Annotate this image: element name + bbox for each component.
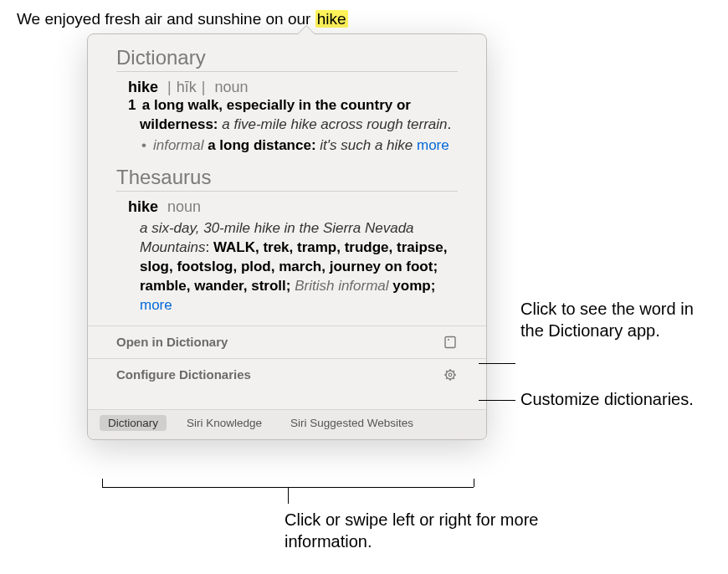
tab-siri-knowledge[interactable]: Siri Knowledge	[178, 415, 270, 431]
pronunciation-bar: |	[197, 79, 211, 95]
tab-dictionary[interactable]: Dictionary	[100, 415, 167, 431]
bullet-icon: •	[140, 136, 148, 156]
callout-customize: Customize dictionaries.	[520, 388, 713, 410]
callout-line	[479, 363, 515, 364]
callout-tick	[102, 479, 103, 487]
gear-icon	[443, 367, 458, 382]
sub-definition-text: a long distance:	[203, 137, 320, 153]
dictionary-section-title: Dictionary	[116, 46, 458, 69]
sentence-prefix: We enjoyed fresh air and sunshine on our	[17, 10, 315, 28]
sub-definition: • informal a long distance: it's such a …	[140, 136, 458, 156]
colon: :	[205, 239, 213, 255]
thesaurus-entry: hike noun a six-day, 30-mile hike in the…	[116, 198, 458, 315]
spacer	[88, 391, 486, 409]
open-in-dictionary-row[interactable]: Open in Dictionary	[88, 325, 486, 358]
callout-line	[479, 400, 515, 401]
tab-bar[interactable]: Dictionary Siri Knowledge Siri Suggested…	[88, 409, 486, 439]
svg-line-10	[446, 377, 447, 378]
dictionary-app-icon	[443, 335, 458, 350]
highlighted-word[interactable]: hike	[315, 10, 348, 28]
callout-open-app: Click to see the word in the Dictionary …	[520, 298, 713, 341]
pronunciation: hīk	[177, 79, 197, 95]
callout-tick	[474, 479, 474, 487]
more-link[interactable]: more	[417, 137, 449, 153]
definition-example: a five-mile hike across rough terrain	[222, 116, 447, 132]
thesaurus-pos: noun	[167, 198, 201, 215]
definition-number: 1	[128, 96, 138, 115]
divider	[116, 71, 458, 72]
open-in-dictionary-label: Open in Dictionary	[116, 335, 228, 349]
thesaurus-section-title: Thesaurus	[116, 166, 458, 189]
svg-point-3	[449, 373, 452, 377]
part-of-speech: noun	[214, 79, 248, 95]
thesaurus-block: a six-day, 30-mile hike in the Sierra Ne…	[128, 219, 458, 315]
configure-dictionaries-row[interactable]: Configure Dictionaries	[88, 358, 486, 391]
dictionary-entry: hike |hīk| noun 1 a long walk, especiall…	[116, 79, 458, 156]
more-link[interactable]: more	[140, 297, 172, 313]
callout-tick	[288, 487, 289, 504]
callout-tabs-hint: Click or swipe left or right for more in…	[285, 509, 602, 552]
svg-rect-0	[445, 336, 455, 347]
svg-line-11	[454, 371, 454, 372]
svg-line-9	[454, 377, 454, 378]
divider	[116, 191, 458, 192]
svg-line-8	[446, 371, 447, 372]
synonym-label: British informal	[295, 278, 388, 294]
configure-dictionaries-label: Configure Dictionaries	[116, 367, 251, 382]
headword: hike	[128, 79, 158, 95]
pronunciation-bar: |	[162, 79, 177, 95]
usage-label: informal	[153, 137, 203, 153]
definition-block: 1 a long walk, especially in the country…	[128, 96, 458, 156]
period: .	[448, 116, 452, 132]
headword-row: hike |hīk| noun	[128, 79, 458, 96]
lookup-popover: Dictionary hike |hīk| noun 1 a long walk…	[87, 33, 487, 440]
tab-siri-suggested-websites[interactable]: Siri Suggested Websites	[282, 415, 422, 431]
svg-point-2	[446, 371, 454, 379]
synonym-primary: WALK	[213, 239, 255, 255]
thesaurus-headword: hike	[128, 198, 158, 215]
sub-definition-example: it's such a hike	[320, 137, 417, 153]
synonym-tail: yomp;	[389, 278, 436, 294]
thesaurus-headword-row: hike noun	[128, 198, 458, 216]
